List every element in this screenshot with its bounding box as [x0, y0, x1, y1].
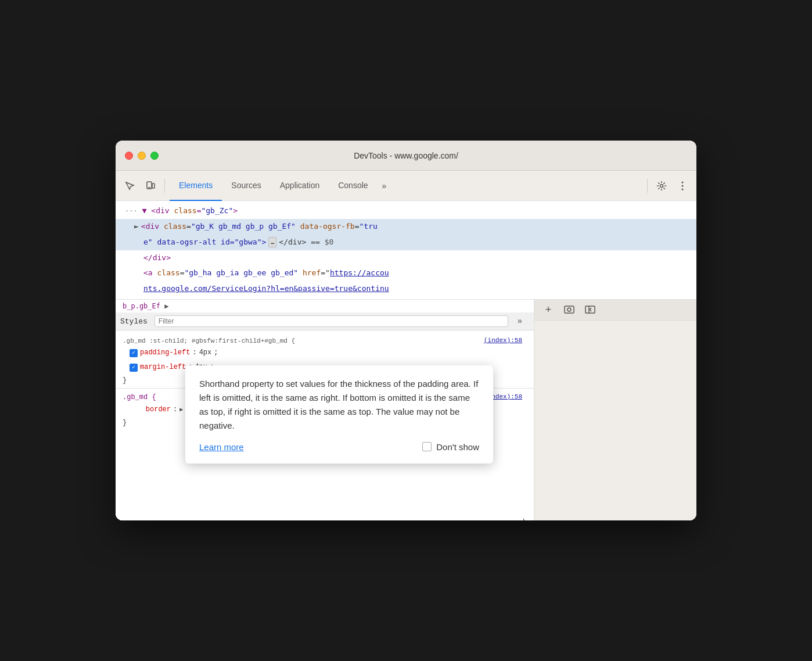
tab-application[interactable]: Application — [271, 171, 329, 201]
right-panel: + — [534, 300, 696, 520]
file-ref-1[interactable]: (index):58 — [484, 337, 522, 344]
more-options-icon[interactable] — [673, 177, 692, 195]
expand-arrow: ► — [134, 221, 139, 233]
maximize-button[interactable] — [150, 152, 159, 160]
dom-row-3: </div> — [116, 250, 696, 266]
styles-panel: b_p.gb_Ef ▶ Styles » Shorthand property … — [116, 300, 534, 520]
learn-more-link[interactable]: Learn more — [199, 442, 244, 452]
css-val-4px-1: 4px — [199, 347, 212, 360]
devtools-window: DevTools - www.google.com/ Elements Sour… — [116, 141, 696, 520]
svg-rect-7 — [565, 306, 574, 313]
dom-viewer: ··· ▼ <div class="gb_Zc"> ► <div class="… — [116, 201, 696, 300]
breadcrumb-arrow[interactable]: ▶ — [164, 302, 168, 310]
toolbar-right — [645, 177, 692, 195]
add-style-button[interactable]: + — [520, 516, 527, 520]
lower-panel: b_p.gb_Ef ▶ Styles » Shorthand property … — [116, 300, 696, 520]
dom-row-5: nts.google.com/ServiceLogin?hl=en&passiv… — [116, 281, 696, 297]
dont-show-label: Don't show — [436, 442, 479, 452]
dom-tag-content-2: <div class="gb_K gb_md gb_p gb_Ef" data-… — [141, 221, 378, 233]
dom-selected-row-cont: e" data-ogsr-alt id="gbwa"> … </div> == … — [116, 235, 696, 250]
panel-left-icon[interactable] — [581, 300, 599, 319]
dom-selected-row[interactable]: ► <div class="gb_K gb_md gb_p gb_Ef" dat… — [116, 219, 696, 235]
toolbar-divider-1 — [164, 179, 165, 193]
svg-point-3 — [660, 184, 663, 187]
more-styles-icon[interactable]: » — [511, 312, 529, 330]
close-button[interactable] — [125, 152, 133, 160]
tab-navigation: Elements Sources Application Console » — [170, 171, 642, 201]
dots-button[interactable]: … — [268, 237, 276, 247]
breadcrumb-text: b_p.gb_Ef ▶ — [123, 302, 169, 310]
device-icon[interactable] — [141, 177, 160, 195]
tooltip-description: Shorthand property to set values for the… — [199, 377, 479, 433]
dom-dots-indicator[interactable]: ··· — [125, 206, 138, 217]
dom-row-4: <a class="gb_ha gb_ia gb_ee gb_ed" href=… — [116, 265, 696, 281]
breadcrumb-bar: b_p.gb_Ef ▶ — [116, 300, 534, 313]
screenshot-icon[interactable] — [560, 300, 579, 319]
styles-filter-input[interactable] — [155, 315, 508, 327]
right-toolbar: + — [534, 300, 696, 321]
svg-rect-1 — [152, 184, 155, 188]
inspect-icon[interactable] — [120, 177, 139, 195]
dont-show-checkbox[interactable] — [422, 442, 432, 451]
svg-point-4 — [682, 181, 684, 183]
svg-point-5 — [682, 185, 684, 186]
more-tabs-button[interactable]: » — [378, 181, 391, 191]
svg-point-6 — [682, 188, 684, 190]
tab-bar: Elements Sources Application Console » — [116, 171, 696, 201]
window-title: DevTools - www.google.com/ — [354, 151, 458, 160]
tooltip-popup: Shorthand property to set values for the… — [185, 365, 493, 464]
styles-label: Styles — [120, 317, 148, 326]
css-prop-border: border — [146, 404, 171, 416]
css-prop-padding-left: padding-left — [140, 347, 190, 360]
border-expand-arrow[interactable]: ▶ — [179, 405, 183, 415]
add-icon[interactable]: + — [539, 300, 558, 319]
traffic-lights — [125, 152, 159, 160]
title-bar: DevTools - www.google.com/ — [116, 141, 696, 171]
dom-tag-open-1: ▼ <div class="gb_Zc"> — [142, 205, 238, 217]
minimize-button[interactable] — [138, 152, 146, 160]
tooltip-footer: Learn more Don't show — [199, 442, 479, 452]
tab-sources[interactable]: Sources — [222, 171, 270, 201]
svg-point-8 — [567, 308, 571, 311]
selector-row-1: .gb_md :st-child; #gbsfw:first-child+#gb… — [116, 335, 534, 346]
css-prop-margin-left: margin-left — [140, 361, 186, 374]
tab-console[interactable]: Console — [329, 171, 377, 201]
css-checkbox-margin[interactable]: ✓ — [130, 364, 138, 372]
css-checkbox-padding[interactable]: ✓ — [130, 349, 138, 357]
settings-icon[interactable] — [652, 177, 671, 195]
css-selector-2: .gb_md { — [116, 391, 163, 403]
css-selector-1: .gb_md :st-child; #gbsfw:first-child+#gb… — [116, 335, 302, 346]
toolbar-divider-2 — [647, 179, 648, 193]
tab-elements[interactable]: Elements — [170, 171, 222, 201]
border-indent — [130, 404, 141, 416]
dont-show-section: Don't show — [422, 442, 479, 452]
styles-content: Shorthand property to set values for the… — [116, 330, 534, 520]
styles-toolbar: Styles » — [116, 313, 534, 330]
css-rule-padding-left: ✓ padding-left : 4px ; — [116, 346, 534, 361]
